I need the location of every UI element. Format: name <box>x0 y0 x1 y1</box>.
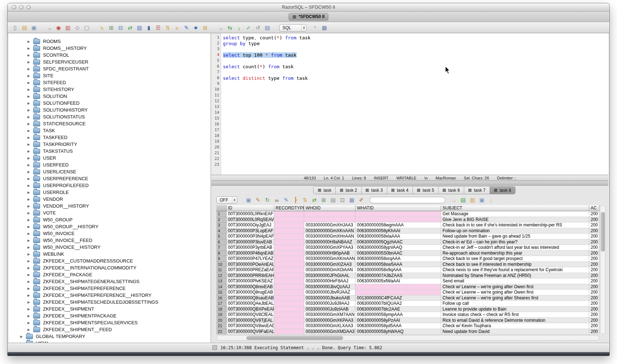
tree-item-staticresource[interactable]: ▶STATICRESOURCE <box>9 120 211 127</box>
tree-item-zkfedex-internationalcommodity[interactable]: ▶ZKFEDEX__INTERNATIONALCOMMODITY <box>9 264 211 271</box>
tree-item-w50-group[interactable]: ▶W50_GROUP <box>9 216 211 223</box>
close-tab-icon[interactable]: ⊠ <box>391 188 395 193</box>
cell-whatid[interactable]: 006300000058wgmAAA <box>355 222 441 228</box>
tree-item-zkfedex-package[interactable]: ▶ZKFEDEX__PACKAGE <box>9 271 211 278</box>
stepper-icon[interactable]: ▲▼ <box>232 197 237 203</box>
database-browser-tree[interactable]: ▶ROOMS▶ROOMS__HISTORY▶SCONTROL▶SELFSERVI… <box>9 33 211 343</box>
cell-whatid[interactable]: 00630000005S0bnAAC <box>355 251 441 256</box>
cell-subject[interactable]: Follow up call <box>441 301 589 307</box>
disclosure-triangle-icon[interactable]: ▶ <box>27 266 31 270</box>
disclosure-triangle-icon[interactable]: ▶ <box>27 136 31 139</box>
cell-ac[interactable]: 200 <box>589 329 599 335</box>
tab-task-2[interactable]: ⊠task 2 <box>336 187 361 194</box>
cell-subject[interactable]: Check back to see if good target prospec… <box>441 256 589 262</box>
cell-whatid[interactable]: 006300000058xlaAAA <box>355 234 441 239</box>
close-tab-icon[interactable]: ⊠ <box>293 14 297 20</box>
cell-id[interactable]: 00T3000000L0RqSEAV <box>226 217 274 223</box>
disclosure-triangle-icon[interactable]: ▶ <box>27 300 31 304</box>
tree-item-zkfedex-shipment-feed[interactable]: ▶ZKFEDEX__SHIPMENT__FEED <box>9 326 211 333</box>
cell-id[interactable]: 00T3000000PRR8rEAH <box>226 273 274 279</box>
stepper-icon[interactable]: ▲▼ <box>301 25 306 31</box>
disclosure-triangle-icon[interactable]: ▶ <box>27 67 31 71</box>
cell-recordtypeid[interactable] <box>274 307 304 312</box>
tree-item-w50-invoice[interactable]: ▶W50_INVOICE <box>9 230 211 237</box>
cell-recordtypeid[interactable] <box>274 295 304 301</box>
disclosure-triangle-icon[interactable]: ▶ <box>27 307 31 311</box>
cell-whoid[interactable]: 0033000000GmXKPAA3 <box>304 318 355 324</box>
cell-id[interactable]: 00T3000000QBXPeEAP <box>226 307 274 312</box>
cell-id[interactable]: 00T3000000QV9FaEAL <box>226 329 274 335</box>
disclosure-triangle-icon[interactable]: ▶ <box>27 170 31 174</box>
reference-book-icon[interactable]: ▮ <box>146 25 152 31</box>
tree-item-weblink[interactable]: ▶WEBLINK <box>9 251 211 257</box>
disclosure-triangle-icon[interactable]: ▶ <box>27 198 31 201</box>
cell-ac[interactable]: 200 <box>589 323 599 329</box>
row-number[interactable]: 6 <box>216 239 226 245</box>
tree-item-vote[interactable]: ▶VOTE <box>9 209 211 216</box>
row-number[interactable]: 7 <box>216 245 226 251</box>
tree-item-w50-invoice-history[interactable]: ▶W50_INVOICE__HISTORY <box>9 244 211 251</box>
cell-id[interactable]: 00T3000000POeAnEAL <box>226 262 274 268</box>
column-header-whatid[interactable]: WHATID <box>355 205 441 211</box>
disclosure-triangle-icon[interactable]: ▶ <box>27 163 31 167</box>
add-connection-icon[interactable]: ◇ <box>74 25 81 31</box>
tree-item-userlicense[interactable]: ▶USERLICENSE <box>9 168 211 175</box>
commit-icon[interactable]: ✓ <box>245 25 252 31</box>
cell-whoid[interactable]: 0033000000GmXOiAAN <box>304 267 355 273</box>
tab-task-3[interactable]: ⊠task 3 <box>362 187 387 194</box>
sql-code-area[interactable]: select type, count(*) from taskgroup by … <box>221 33 608 175</box>
tree-item-rooms[interactable]: ▶ROOMS <box>9 38 211 45</box>
column-header-recordtypeid[interactable]: RECORDTYPEID <box>274 205 304 211</box>
cell-subject[interactable]: Rick to email David & reference Delmonte… <box>441 318 589 324</box>
disclosure-triangle-icon[interactable]: ▶ <box>27 314 31 318</box>
align-lines-icon[interactable]: ≡ <box>174 25 180 31</box>
row-number[interactable]: 15 <box>216 290 226 295</box>
row-number[interactable]: 8 <box>216 251 226 256</box>
cell-whoid[interactable]: 0033000000JbvRJAAZ <box>304 290 355 295</box>
cell-ac[interactable]: 200 <box>589 295 599 301</box>
cell-recordtypeid[interactable] <box>274 273 304 279</box>
minimize-window-button[interactable] <box>19 5 23 9</box>
disclosure-triangle-icon[interactable]: ▶ <box>27 280 31 283</box>
cell-whoid[interactable]: 0033000000HirF8AAJ <box>304 278 355 284</box>
close-tab-icon[interactable]: ⊠ <box>417 188 420 193</box>
cell-whatid[interactable]: 0013000000C4fFCAAZ <box>355 295 441 301</box>
tree-item-task[interactable]: ▶TASK <box>9 127 211 134</box>
disclosure-triangle-icon[interactable]: ▶ <box>27 294 31 297</box>
cell-whatid[interactable]: 006300000058ypVAAQ <box>355 245 441 251</box>
cell-ac[interactable]: 200 <box>589 234 599 239</box>
cell-whatid[interactable] <box>355 217 441 223</box>
disclosure-triangle-icon[interactable]: ▶ <box>20 335 23 338</box>
tree-item-user[interactable]: ▶USER <box>9 155 211 161</box>
cell-subject[interactable]: Check w/ Leanne – we're going after Owen… <box>441 284 589 290</box>
tab-task-5[interactable]: ⊠task 5 <box>413 187 439 194</box>
cell-whatid[interactable]: 00630000007bIQUAA2 <box>355 301 441 307</box>
save-file-icon[interactable]: ▣ <box>31 25 37 31</box>
cell-subject[interactable]: Check-in w/ Jeff – couldn't afford last … <box>441 245 589 251</box>
close-tab-icon[interactable]: ⊠ <box>443 188 446 193</box>
tree-item-site[interactable]: ▶SITE <box>9 72 211 79</box>
vertical-scrollbar-thumb[interactable] <box>601 212 605 252</box>
column-header-ac[interactable]: AC <box>589 205 599 211</box>
statement-type-select[interactable]: SQL▲▼ <box>279 24 307 31</box>
edit-table-icon[interactable]: ⊞ <box>202 25 208 31</box>
vertical-scrollbar[interactable] <box>600 205 605 334</box>
tree-item-zkfedex-shipmatepreference-history[interactable]: ▶ZKFEDEX__SHIPMATEPREFERENCE__HISTORY <box>9 292 211 299</box>
tree-item-sitefeed[interactable]: ▶SITEFEED <box>9 79 211 86</box>
cell-id[interactable]: 00T3000000QAeJbEAL <box>226 301 274 307</box>
disclosure-triangle-icon[interactable]: ▶ <box>27 74 31 78</box>
cell-ac[interactable]: 200 <box>589 284 599 290</box>
cell-recordtypeid[interactable] <box>274 256 304 262</box>
column-header-whoid[interactable]: WHOID <box>304 205 355 211</box>
cell-recordtypeid[interactable] <box>274 318 304 324</box>
tree-item-solution[interactable]: ▶SOLUTION <box>9 93 211 100</box>
cell-subject[interactable]: Need update from David <box>441 329 589 335</box>
cell-whoid[interactable]: 0033000000JFhGlAAL <box>304 273 355 279</box>
cell-whoid[interactable]: 0033000000JbvQzAAJ <box>304 284 355 290</box>
cell-whatid[interactable]: 006300000058yPzAAI <box>355 318 441 324</box>
rollback-icon[interactable]: ↺ <box>255 25 261 31</box>
cell-id[interactable]: 00T3000000P3N4pEAF <box>226 234 274 239</box>
cell-whatid[interactable]: 006300000058x9qAAA <box>355 267 441 273</box>
copy-icon[interactable]: ⊡ <box>339 197 346 203</box>
close-tab-icon[interactable]: ⊠ <box>340 188 343 193</box>
